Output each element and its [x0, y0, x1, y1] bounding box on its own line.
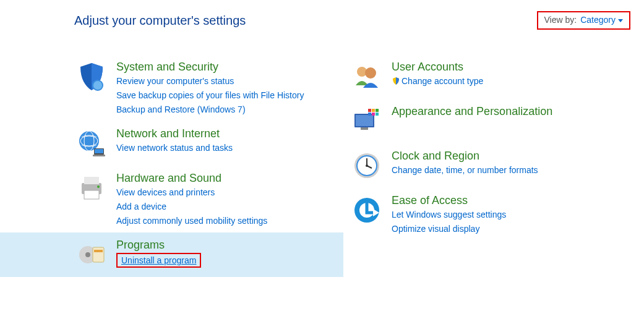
link-add-device[interactable]: Add a device [116, 200, 267, 213]
globe-icon [74, 126, 109, 161]
link-optimize-display[interactable]: Optimize visual display [392, 223, 506, 236]
printer-icon [74, 171, 109, 205]
svg-rect-18 [368, 109, 371, 112]
link-devices-printers[interactable]: View devices and printers [116, 186, 267, 199]
category-title[interactable]: Hardware and Sound [116, 172, 267, 185]
view-by-dropdown[interactable]: Category [580, 15, 623, 25]
svg-rect-21 [368, 113, 371, 116]
monitor-colors-icon [350, 104, 384, 138]
svg-rect-3 [95, 149, 103, 153]
link-suggest-settings[interactable]: Let Windows suggest settings [392, 208, 506, 221]
category-programs[interactable]: Programs Uninstall a program [0, 232, 343, 277]
uac-shield-icon [392, 77, 400, 85]
people-icon [350, 59, 384, 94]
category-title[interactable]: Clock and Region [392, 150, 538, 163]
svg-rect-23 [376, 113, 379, 116]
category-title[interactable]: Programs [116, 239, 201, 252]
category-title[interactable]: Network and Internet [116, 127, 233, 140]
svg-point-1 [79, 131, 99, 151]
view-by-label: View by: [544, 15, 577, 25]
category-user-accounts[interactable]: User Accounts Change account type [343, 54, 644, 99]
link-mobility[interactable]: Adjust commonly used mobility settings [116, 215, 267, 228]
category-title[interactable]: User Accounts [392, 61, 483, 74]
svg-rect-19 [372, 109, 375, 112]
link-network-status[interactable]: View network status and tasks [116, 142, 233, 155]
category-ease-of-access[interactable]: Ease of Access Let Windows suggest setti… [343, 188, 644, 240]
svg-point-29 [366, 164, 368, 167]
view-by-container: View by: Category [537, 11, 630, 30]
svg-rect-12 [94, 250, 103, 252]
category-appearance[interactable]: Appearance and Personalization [343, 99, 644, 143]
programs-icon [74, 237, 109, 272]
view-by-value: Category [580, 15, 616, 25]
category-clock-region[interactable]: Clock and Region Change date, time, or n… [343, 143, 644, 188]
category-title[interactable]: Ease of Access [392, 194, 506, 207]
ease-icon [350, 193, 384, 228]
link-uninstall-program[interactable]: Uninstall a program [116, 253, 201, 268]
svg-rect-20 [376, 109, 379, 112]
svg-rect-16 [356, 115, 373, 126]
page-title: Adjust your computer's settings [74, 14, 246, 28]
link-review-status[interactable]: Review your computer's status [116, 75, 304, 88]
svg-rect-11 [93, 247, 104, 262]
category-system-security[interactable]: System and Security Review your computer… [0, 54, 343, 121]
clock-icon [350, 148, 384, 183]
category-network[interactable]: Network and Internet View network status… [0, 121, 343, 166]
shield-icon [74, 59, 109, 94]
svg-rect-7 [84, 190, 99, 199]
svg-point-10 [85, 252, 90, 257]
link-date-time-formats[interactable]: Change date, time, or number formats [392, 164, 538, 177]
svg-rect-22 [372, 113, 375, 116]
category-hardware[interactable]: Hardware and Sound View devices and prin… [0, 166, 343, 232]
link-backup-restore[interactable]: Backup and Restore (Windows 7) [116, 103, 304, 116]
svg-point-14 [365, 67, 376, 79]
chevron-down-icon [618, 19, 623, 22]
category-title[interactable]: Appearance and Personalization [392, 105, 552, 118]
link-change-account-type[interactable]: Change account type [392, 75, 483, 88]
svg-point-8 [97, 185, 100, 188]
category-title[interactable]: System and Security [116, 61, 304, 74]
svg-rect-4 [93, 155, 105, 156]
svg-rect-17 [361, 127, 368, 130]
link-file-history[interactable]: Save backup copies of your files with Fi… [116, 89, 304, 102]
svg-rect-6 [84, 177, 99, 184]
